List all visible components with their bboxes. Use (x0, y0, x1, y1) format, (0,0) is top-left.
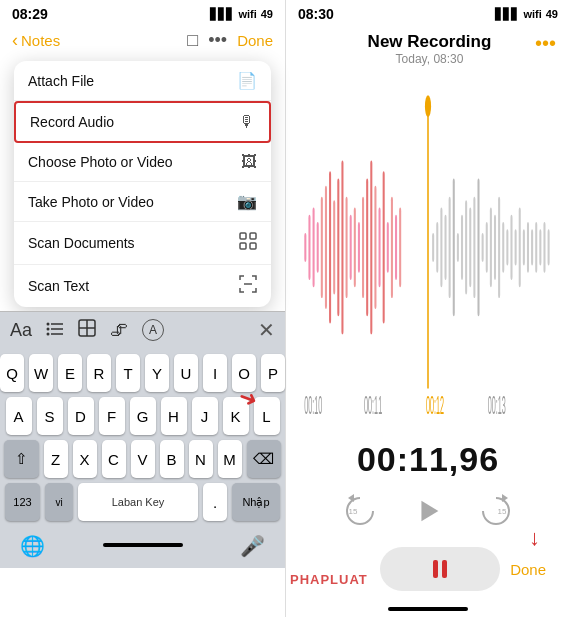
svg-rect-63 (510, 215, 512, 280)
svg-rect-1 (250, 233, 256, 239)
svg-rect-22 (321, 197, 323, 298)
key-d[interactable]: D (68, 397, 94, 435)
play-button[interactable] (408, 491, 448, 531)
key-v[interactable]: V (131, 440, 155, 478)
time-counter: 00:11,96 (286, 432, 570, 483)
back-arrow-icon: ‹ (12, 30, 18, 51)
key-y[interactable]: Y (145, 354, 169, 392)
svg-rect-32 (362, 197, 364, 298)
menu-item-record-audio[interactable]: Record Audio 🎙 (14, 101, 271, 143)
more-icon[interactable]: ••• (208, 30, 227, 51)
menu-item-choose-photo[interactable]: Choose Photo or Video 🖼 (14, 143, 271, 182)
key-vi[interactable]: vi (45, 483, 73, 521)
key-shift[interactable]: ⇧ (4, 440, 39, 478)
key-a[interactable]: A (6, 397, 32, 435)
svg-rect-44 (432, 233, 434, 262)
record-audio-label: Record Audio (30, 114, 114, 130)
menu-item-take-photo[interactable]: Take Photo or Video 📷 (14, 182, 271, 222)
svg-rect-39 (391, 197, 393, 298)
menu-item-attach-file[interactable]: Attach File 📄 (14, 61, 271, 101)
key-n[interactable]: N (189, 440, 213, 478)
menu-item-scan-text[interactable]: Scan Text (14, 265, 271, 307)
key-period[interactable]: . (203, 483, 227, 521)
svg-rect-29 (350, 215, 352, 280)
svg-rect-69 (535, 222, 537, 273)
key-space[interactable]: Laban Key (78, 483, 198, 521)
key-c[interactable]: C (102, 440, 126, 478)
recording-title: New Recording (324, 32, 535, 52)
key-123[interactable]: 123 (5, 483, 40, 521)
list-format-icon[interactable] (46, 320, 64, 341)
svg-rect-59 (494, 215, 496, 280)
done-recording-label: Done (510, 561, 546, 578)
key-x[interactable]: X (73, 440, 97, 478)
record-audio-icon: 🎙 (239, 113, 255, 131)
svg-point-7 (47, 327, 50, 330)
back-button[interactable]: ‹ Notes (12, 30, 60, 51)
svg-text:00:10: 00:10 (304, 391, 322, 420)
keyboard: Q W E R T Y U I O P A S D F G H J K L ⇧ … (0, 348, 285, 530)
svg-rect-24 (329, 171, 331, 323)
menu-item-scan-docs[interactable]: Scan Documents (14, 222, 271, 265)
mic-icon[interactable]: 🎤 (240, 534, 265, 558)
key-m[interactable]: M (218, 440, 242, 478)
svg-rect-21 (317, 222, 319, 273)
attach-file-label: Attach File (28, 73, 94, 89)
home-indicator-right (388, 607, 468, 611)
keyboard-close-icon[interactable]: ✕ (258, 318, 275, 342)
svg-rect-57 (486, 222, 488, 273)
key-t[interactable]: T (116, 354, 140, 392)
playback-controls: 15 15 (286, 483, 570, 539)
battery-icon-right: 49 (546, 8, 558, 20)
svg-rect-65 (519, 208, 521, 288)
battery-icon: 49 (261, 8, 273, 20)
key-b[interactable]: B (160, 440, 184, 478)
wifi-icon-right: wifi (523, 8, 541, 20)
svg-rect-26 (337, 179, 339, 317)
forward-button[interactable]: 15 (478, 492, 516, 530)
font-size-icon[interactable]: Aa (10, 320, 32, 341)
svg-rect-71 (543, 222, 545, 273)
svg-rect-56 (482, 233, 484, 262)
key-z[interactable]: Z (44, 440, 68, 478)
globe-icon[interactable]: 🌐 (20, 534, 45, 558)
svg-rect-34 (370, 161, 372, 335)
share-icon[interactable]: □ (187, 30, 198, 51)
svg-text:15: 15 (349, 507, 358, 516)
key-u[interactable]: U (174, 354, 198, 392)
pause-button[interactable] (380, 547, 500, 591)
key-q[interactable]: Q (0, 354, 24, 392)
rewind-button[interactable]: 15 (340, 492, 378, 530)
svg-text:15: 15 (498, 507, 507, 516)
svg-rect-2 (240, 243, 246, 249)
svg-rect-52 (465, 200, 467, 294)
done-nav-button[interactable]: Done (237, 32, 273, 49)
key-l[interactable]: L (254, 397, 280, 435)
key-p[interactable]: P (261, 354, 285, 392)
svg-rect-61 (502, 222, 504, 273)
svg-rect-28 (346, 197, 348, 298)
key-h[interactable]: H (161, 397, 187, 435)
circle-a-icon[interactable]: A (142, 319, 164, 341)
key-i[interactable]: I (203, 354, 227, 392)
table-icon[interactable] (78, 319, 96, 342)
key-w[interactable]: W (29, 354, 53, 392)
key-return[interactable]: Nhập (232, 483, 280, 521)
key-r[interactable]: R (87, 354, 111, 392)
done-recording-button[interactable]: Done (510, 561, 546, 578)
right-panel: 08:30 ▋▋▋ wifi 49 New Recording Today, 0… (285, 0, 570, 617)
signal-icon: ▋▋▋ (210, 8, 234, 21)
key-s[interactable]: S (37, 397, 63, 435)
key-j[interactable]: J (192, 397, 218, 435)
key-backspace[interactable]: ⌫ (247, 440, 282, 478)
key-f[interactable]: F (99, 397, 125, 435)
recording-more-icon[interactable]: ••• (535, 32, 556, 55)
scan-text-icon (239, 275, 257, 297)
svg-rect-18 (304, 233, 306, 262)
attach-icon[interactable]: 🖇 (110, 320, 128, 341)
svg-rect-47 (444, 215, 446, 280)
key-g[interactable]: G (130, 397, 156, 435)
key-e[interactable]: E (58, 354, 82, 392)
svg-marker-75 (421, 501, 438, 522)
svg-rect-72 (548, 229, 550, 265)
